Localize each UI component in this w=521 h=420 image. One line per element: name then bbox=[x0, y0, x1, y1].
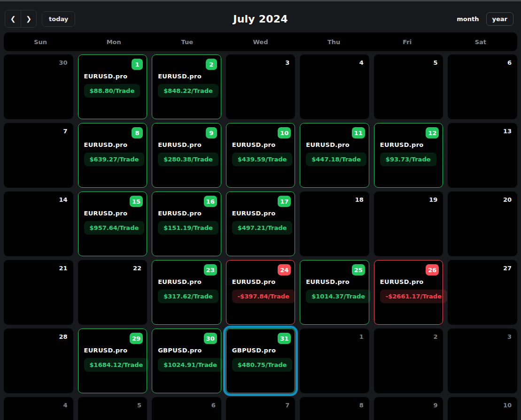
pnl-chip: $1684.12/Trade bbox=[84, 358, 149, 372]
dow-label: Wed bbox=[224, 38, 297, 46]
day-cell[interactable]: 5 bbox=[78, 397, 148, 420]
day-number: 2 bbox=[433, 333, 437, 340]
day-cell[interactable]: 9EURUSD.pro$280.38/Trade bbox=[152, 123, 221, 188]
day-cell-selected[interactable]: 31GBPUSD.pro$480.75/Trade bbox=[226, 328, 295, 393]
day-cell[interactable]: 19 bbox=[374, 191, 443, 256]
day-cell[interactable]: 3 bbox=[226, 54, 295, 119]
day-cell[interactable]: 11EURUSD.pro$447.18/Trade bbox=[300, 123, 369, 188]
day-cell[interactable]: 3 bbox=[448, 328, 517, 393]
month-view-button[interactable]: month bbox=[451, 12, 485, 26]
pnl-chip: $88.80/Trade bbox=[84, 84, 140, 98]
pnl-chip: $639.27/Trade bbox=[84, 153, 145, 166]
day-cell[interactable]: 5 bbox=[374, 54, 443, 119]
day-cell[interactable]: 26EURUSD.pro-$2661.17/Trade bbox=[374, 260, 443, 325]
day-number: 14 bbox=[59, 196, 67, 203]
day-cell[interactable]: 16EURUSD.pro$151.19/Trade bbox=[152, 191, 221, 256]
day-cell[interactable]: 17EURUSD.pro$497.21/Trade bbox=[226, 191, 295, 256]
chevron-right-icon: ❯ bbox=[26, 15, 31, 23]
day-cell[interactable]: 15EURUSD.pro$957.64/Trade bbox=[78, 191, 148, 256]
day-of-week-header: SunMonTueWedThuFriSat bbox=[4, 32, 517, 51]
day-cell[interactable]: 20 bbox=[448, 191, 517, 256]
day-number: 5 bbox=[433, 59, 437, 66]
day-number: 28 bbox=[59, 333, 67, 340]
day-cell[interactable]: 10EURUSD.pro$439.59/Trade bbox=[226, 123, 295, 188]
pnl-chip: $497.21/Trade bbox=[232, 221, 293, 235]
day-cell[interactable]: 24EURUSD.pro-$397.84/Trade bbox=[226, 260, 295, 325]
day-cell[interactable]: 6 bbox=[152, 397, 221, 420]
day-number: 10 bbox=[503, 402, 512, 409]
day-cell[interactable]: 13 bbox=[448, 123, 517, 188]
day-cell[interactable]: 1 bbox=[300, 328, 369, 393]
day-cell[interactable]: 7 bbox=[4, 123, 73, 188]
calendar-grid: 301EURUSD.pro$88.80/Trade2EURUSD.pro$848… bbox=[4, 54, 517, 420]
day-number: 13 bbox=[503, 128, 512, 135]
day-number: 9 bbox=[433, 402, 437, 409]
day-number-badge: 17 bbox=[278, 196, 291, 207]
instrument-symbol: EURUSD.pro bbox=[232, 210, 276, 217]
pnl-chip: $480.75/Trade bbox=[232, 358, 293, 372]
day-cell[interactable]: 23EURUSD.pro$317.62/Trade bbox=[152, 260, 221, 325]
day-number: 27 bbox=[503, 265, 512, 272]
day-cell[interactable]: 14 bbox=[4, 191, 73, 256]
day-cell[interactable]: 2EURUSD.pro$848.22/Trade bbox=[152, 54, 221, 119]
next-month-button[interactable]: ❯ bbox=[21, 10, 36, 27]
day-number-badge: 8 bbox=[132, 127, 143, 138]
prev-month-button[interactable]: ❮ bbox=[5, 10, 21, 27]
month-nav-group: ❮ ❯ bbox=[5, 10, 37, 28]
day-cell[interactable]: 30 bbox=[4, 54, 73, 119]
dow-label: Tue bbox=[150, 38, 224, 46]
instrument-symbol: EURUSD.pro bbox=[232, 278, 276, 285]
day-cell[interactable]: 27 bbox=[448, 260, 517, 325]
day-cell[interactable]: 4 bbox=[4, 397, 73, 420]
pnl-chip: $447.18/Trade bbox=[306, 153, 366, 166]
day-cell[interactable]: 25EURUSD.pro$1014.37/Trade bbox=[300, 260, 369, 325]
view-toggle: month year bbox=[451, 12, 513, 26]
pnl-chip: -$2661.17/Trade bbox=[380, 290, 447, 303]
day-cell[interactable]: 7 bbox=[226, 397, 295, 420]
day-cell[interactable]: 10 bbox=[448, 397, 517, 420]
dow-label: Fri bbox=[371, 38, 444, 46]
calendar-title: July 2024 bbox=[233, 13, 288, 25]
dow-label: Sun bbox=[4, 38, 77, 46]
day-number: 3 bbox=[507, 333, 512, 340]
day-number-badge: 26 bbox=[426, 264, 439, 275]
day-cell[interactable]: 28 bbox=[4, 328, 73, 393]
instrument-symbol: EURUSD.pro bbox=[84, 210, 128, 217]
pnl-chip: $93.73/Trade bbox=[380, 153, 436, 166]
pnl-chip: $1014.37/Trade bbox=[306, 290, 371, 303]
day-number-badge: 30 bbox=[204, 333, 217, 344]
day-cell[interactable]: 29EURUSD.pro$1684.12/Trade bbox=[78, 328, 148, 393]
day-cell[interactable]: 8 bbox=[300, 397, 369, 420]
day-cell[interactable]: 12EURUSD.pro$93.73/Trade bbox=[374, 123, 443, 188]
year-view-button[interactable]: year bbox=[486, 12, 513, 26]
day-number: 30 bbox=[59, 59, 67, 66]
instrument-symbol: EURUSD.pro bbox=[158, 141, 202, 148]
day-cell[interactable]: 1EURUSD.pro$88.80/Trade bbox=[78, 54, 148, 119]
instrument-symbol: EURUSD.pro bbox=[158, 73, 202, 80]
day-cell[interactable]: 4 bbox=[300, 54, 369, 119]
day-cell[interactable]: 8EURUSD.pro$639.27/Trade bbox=[78, 123, 148, 188]
day-cell[interactable]: 6 bbox=[448, 54, 517, 119]
day-number: 6 bbox=[507, 59, 512, 66]
day-number-badge: 31 bbox=[278, 333, 291, 344]
dow-label: Thu bbox=[297, 38, 371, 46]
day-cell[interactable]: 30GBPUSD.pro$1024.91/Trade bbox=[152, 328, 221, 393]
instrument-symbol: EURUSD.pro bbox=[158, 210, 202, 217]
day-cell[interactable]: 9 bbox=[374, 397, 443, 420]
instrument-symbol: EURUSD.pro bbox=[84, 141, 128, 148]
day-cell[interactable]: 21 bbox=[4, 260, 73, 325]
day-number: 18 bbox=[355, 196, 364, 203]
day-cell[interactable]: 18 bbox=[300, 191, 369, 256]
day-number-badge: 24 bbox=[278, 264, 291, 275]
day-cell[interactable]: 22 bbox=[78, 260, 148, 325]
pnl-chip: $280.38/Trade bbox=[158, 153, 218, 166]
pnl-chip: $848.22/Trade bbox=[158, 84, 218, 98]
day-number: 21 bbox=[59, 265, 67, 272]
dow-label: Sat bbox=[444, 38, 517, 46]
day-number: 5 bbox=[137, 402, 141, 409]
pnl-chip: $957.64/Trade bbox=[84, 221, 145, 235]
chevron-left-icon: ❮ bbox=[10, 15, 16, 23]
day-number: 7 bbox=[285, 402, 289, 409]
today-button[interactable]: today bbox=[42, 11, 75, 27]
day-cell[interactable]: 2 bbox=[374, 328, 443, 393]
